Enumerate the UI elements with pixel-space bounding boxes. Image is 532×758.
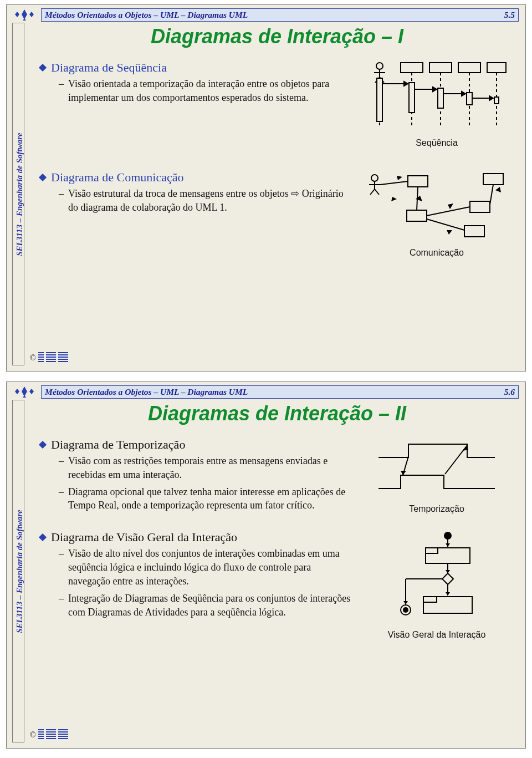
bullet-item: – Visão estrutural da troca de mensagens… [59,187,352,215]
svg-rect-84 [38,734,68,735]
bullet-text: Visão com as restrições temporais entre … [68,454,352,482]
svg-marker-60 [15,389,19,394]
bullet-item: – Visão de alto nível dos conjuntos de i… [59,547,352,588]
bullet-head: Diagrama de Seqüência [40,60,352,75]
svg-rect-55 [38,359,68,360]
svg-marker-61 [29,389,34,394]
section-heading: Diagrama de Comunicação [51,170,183,185]
svg-line-45 [427,219,464,230]
svg-marker-59 [22,386,27,396]
svg-rect-58 [56,351,58,363]
svg-point-67 [444,532,451,539]
svg-rect-12 [487,63,506,73]
svg-rect-20 [438,88,443,108]
corner-ornament-icon [12,385,37,398]
copyright-symbol: © [30,354,36,363]
svg-rect-53 [38,354,68,355]
svg-rect-38 [407,210,427,221]
dash-icon: – [59,592,64,606]
side-bar: SEL3113 – Engenharia de Software [12,23,24,365]
svg-marker-24 [404,82,408,86]
svg-marker-50 [495,187,501,192]
svg-rect-11 [458,63,480,73]
diamond-bullet-icon [39,174,47,181]
slide-title: Diagramas de Interação – II [40,402,514,425]
bullet-item: – Diagrama opcional que talvez tenha mai… [59,485,352,513]
header-bar: Métodos Orientados a Objetos – UML – Dia… [41,8,519,22]
dash-icon: – [59,547,64,561]
svg-rect-86 [38,738,68,739]
svg-marker-0 [22,9,27,19]
svg-line-35 [375,189,379,195]
side-label: SEL3113 – Engenharia de Software [15,95,24,294]
svg-marker-26 [433,87,437,91]
svg-rect-22 [494,97,499,104]
bullet-text: Visão estrutural da troca de mensagens e… [68,187,352,215]
svg-rect-19 [409,83,415,113]
svg-marker-62 [23,395,26,398]
svg-marker-80 [446,592,450,596]
svg-rect-18 [377,78,382,121]
svg-rect-21 [467,93,472,105]
corner-ornament-icon [12,8,37,21]
figure-caption: Comunicação [359,248,514,258]
svg-rect-83 [38,731,68,732]
page-number: 5.5 [504,10,518,20]
section-text: Diagrama de Visão Geral da Interação – V… [40,530,352,640]
svg-marker-47 [391,197,397,201]
svg-marker-2 [29,12,34,17]
svg-rect-40 [464,226,484,237]
svg-rect-52 [38,352,68,353]
diamond-bullet-icon [39,441,47,449]
svg-rect-54 [38,357,68,358]
content-area: Diagrama de Seqüência – Visão orientada … [40,60,514,347]
svg-rect-36 [408,176,428,187]
dash-icon: – [59,77,64,91]
section-communication: Diagrama de Comunicação – Visão estrutur… [40,170,514,258]
svg-rect-87 [44,728,46,740]
section-text: Diagrama de Comunicação – Visão estrutur… [40,170,352,258]
side-bar: SEL3113 – Engenharia de Software [12,400,24,742]
section-timing: Diagrama de Temporização – Visão com as … [40,437,514,516]
svg-rect-37 [483,174,503,185]
svg-marker-69 [446,543,450,547]
header-title: Métodos Orientados a Objetos – UML – Dia… [42,10,504,20]
right-arrow-icon: ⇨ [291,187,299,201]
svg-marker-1 [15,12,19,17]
figure-caption: Seqüência [359,138,514,148]
bullet-item: – Integração de Diagramas de Seqüência p… [59,592,352,619]
svg-marker-30 [489,96,493,100]
section-heading: Diagrama de Seqüência [51,60,167,75]
footer: © [30,728,68,742]
svg-point-4 [376,63,383,69]
copyright-symbol: © [30,731,36,740]
svg-marker-48 [416,196,422,201]
svg-rect-39 [470,201,490,212]
header-title: Métodos Orientados a Objetos – UML – Dia… [42,387,504,397]
svg-rect-56 [38,361,68,362]
bullet-item: – Visão orientada a temporização da inte… [59,77,352,105]
svg-rect-85 [38,736,68,737]
svg-line-41 [380,181,408,185]
figure-timing: Temporização [359,437,514,516]
content-area: Diagrama de Temporização – Visão com as … [40,437,514,724]
bullet-head: Diagrama de Comunicação [40,170,352,185]
svg-line-43 [427,207,470,216]
figure-caption: Visão Geral da Interação [359,630,514,640]
side-label: SEL3113 – Engenharia de Software [15,472,24,671]
svg-rect-88 [56,728,58,740]
bullet-head: Diagrama de Temporização [40,437,352,452]
svg-marker-3 [23,18,26,21]
svg-point-78 [403,608,408,612]
bullet-pre: Visão estrutural da troca de mensagens e… [68,188,291,199]
slide-5-5: Métodos Orientados a Objetos – UML – Dia… [6,4,526,372]
figure-interaction-overview: Visão Geral da Interação [359,530,514,640]
diamond-bullet-icon [39,533,47,541]
footer: © [30,351,68,365]
slide-5-6: Métodos Orientados a Objetos – UML – Dia… [6,381,526,749]
svg-rect-57 [44,351,46,363]
section-heading: Diagrama de Visão Geral da Interação [51,530,237,545]
svg-line-34 [370,189,375,195]
svg-line-44 [490,185,493,205]
bullet-text: Diagrama opcional que talvez tenha maior… [68,485,352,513]
